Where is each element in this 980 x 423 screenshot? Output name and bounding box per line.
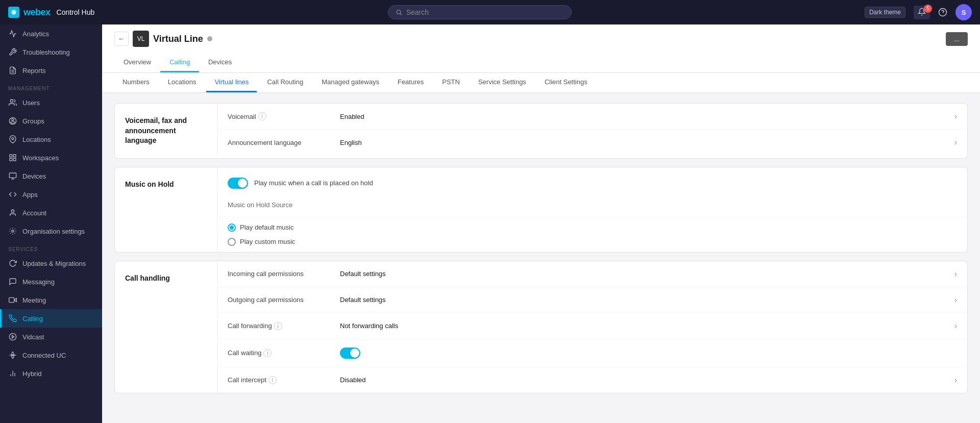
sidebar-item-devices[interactable]: Devices xyxy=(0,167,102,185)
tab-call-routing[interactable]: Call Routing xyxy=(259,73,311,92)
voicemail-info-icon[interactable]: i xyxy=(258,112,266,120)
music-toggle-label: Play music when a call is placed on hold xyxy=(254,179,373,187)
announcement-language-row: Announcement language English › xyxy=(217,130,967,155)
tab-features[interactable]: Features xyxy=(389,73,432,92)
workspace-icon xyxy=(8,153,17,162)
announcement-language-arrow[interactable]: › xyxy=(954,138,957,147)
svg-marker-22 xyxy=(12,335,14,338)
page-header: ← VL Virtual Line ... Overview Calling D… xyxy=(102,24,980,73)
register-button[interactable]: ... xyxy=(946,32,968,46)
sidebar-item-apps[interactable]: Apps xyxy=(0,185,102,204)
status-indicator xyxy=(207,36,212,41)
call-handling-title: Call handling xyxy=(115,261,217,296)
call-forwarding-label: Call forwarding i xyxy=(228,322,340,330)
tab-service-settings[interactable]: Service Settings xyxy=(470,73,534,92)
svg-point-2 xyxy=(397,10,401,14)
tab-client-settings[interactable]: Client Settings xyxy=(536,73,596,92)
sidebar-label-calling: Calling xyxy=(22,315,43,322)
theme-toggle[interactable]: Dark theme xyxy=(865,7,905,18)
svg-point-17 xyxy=(11,210,14,212)
sidebar-item-locations[interactable]: Locations xyxy=(0,130,102,148)
sidebar-item-account[interactable]: Account xyxy=(0,204,102,222)
voicemail-section: Voicemail, fax and announcement language… xyxy=(114,103,968,159)
sidebar-item-groups[interactable]: Groups xyxy=(0,112,102,130)
message-icon xyxy=(8,277,17,286)
sidebar-item-calling[interactable]: Calling xyxy=(0,309,102,328)
sidebar-item-troubleshooting[interactable]: Troubleshooting xyxy=(0,43,102,61)
sidebar-label-users: Users xyxy=(22,99,40,107)
radio-default-music-label: Play default music xyxy=(240,223,294,231)
notifications-bell[interactable]: 5 xyxy=(914,6,930,19)
radio-custom-music-label: Play custom music xyxy=(240,238,295,245)
sidebar-item-messaging[interactable]: Messaging xyxy=(0,272,102,291)
outgoing-call-permissions-value: Default settings xyxy=(340,296,954,304)
tab-overview[interactable]: Overview xyxy=(114,53,160,72)
svg-point-21 xyxy=(9,333,16,340)
sidebar-item-meeting[interactable]: Meeting xyxy=(0,291,102,309)
voicemail-arrow[interactable]: › xyxy=(954,112,957,121)
sidebar-item-analytics[interactable]: Analytics xyxy=(0,24,102,43)
incoming-call-permissions-row: Incoming call permissions Default settin… xyxy=(217,261,967,287)
sidebar-label-devices: Devices xyxy=(22,172,46,180)
avatar[interactable]: S xyxy=(955,4,972,20)
sidebar-item-connected-uc[interactable]: Connected UC xyxy=(0,346,102,364)
search-icon xyxy=(396,9,402,16)
tab-managed-gateways[interactable]: Managed gateways xyxy=(313,73,387,92)
call-forwarding-value: Not forwarding calls xyxy=(340,322,954,330)
voicemail-section-title: Voicemail, fax and announcement language xyxy=(115,104,217,158)
announcement-language-value: English xyxy=(340,139,954,146)
svg-point-18 xyxy=(12,230,14,232)
services-section-label: SERVICES xyxy=(0,240,102,254)
outgoing-call-permissions-label: Outgoing call permissions xyxy=(228,296,340,304)
tab-devices[interactable]: Devices xyxy=(199,53,241,72)
call-intercept-arrow[interactable]: › xyxy=(954,376,957,385)
radio-default-music-circle xyxy=(228,223,236,232)
call-waiting-label: Call waiting i xyxy=(228,349,340,357)
call-intercept-info-icon[interactable]: i xyxy=(268,376,277,384)
tab-pstn[interactable]: PSTN xyxy=(434,73,468,92)
apps-icon xyxy=(8,190,17,199)
music-on-hold-section: Music on Hold Play music when a call is … xyxy=(114,167,968,253)
page-title: Virtual Line xyxy=(153,34,203,44)
search-bar[interactable] xyxy=(388,5,572,19)
content-area: ← VL Virtual Line ... Overview Calling D… xyxy=(102,24,980,423)
svg-marker-19 xyxy=(14,298,17,302)
svg-rect-20 xyxy=(9,297,14,302)
sidebar-item-updates[interactable]: Updates & Migrations xyxy=(0,254,102,272)
tab-numbers[interactable]: Numbers xyxy=(114,73,158,92)
music-on-hold-body: Music on Hold Play music when a call is … xyxy=(115,167,967,252)
wrench-icon xyxy=(8,47,17,57)
sidebar-label-account: Account xyxy=(22,209,46,217)
update-icon xyxy=(8,259,17,268)
search-input[interactable] xyxy=(406,8,564,16)
call-waiting-info-icon[interactable]: i xyxy=(263,349,272,357)
tab-locations[interactable]: Locations xyxy=(160,73,205,92)
management-section-label: MANAGEMENT xyxy=(0,80,102,93)
call-waiting-value xyxy=(340,347,957,359)
breadcrumb: ← VL Virtual Line ... xyxy=(114,24,968,51)
sidebar-item-reports[interactable]: Reports xyxy=(0,61,102,80)
tab-calling[interactable]: Calling xyxy=(160,53,199,72)
sidebar-item-organisation[interactable]: Organisation settings xyxy=(0,222,102,240)
sidebar-item-users[interactable]: Users xyxy=(0,93,102,112)
back-button[interactable]: ← xyxy=(114,32,129,46)
header-right: Dark theme 5 S xyxy=(865,4,972,20)
call-waiting-row: Call waiting i xyxy=(217,339,967,367)
sidebar-item-workspaces[interactable]: Workspaces xyxy=(0,148,102,167)
sidebar-label-apps: Apps xyxy=(22,191,38,198)
devices-icon xyxy=(8,171,17,181)
sidebar-item-vidcast[interactable]: Vidcast xyxy=(0,328,102,346)
call-forwarding-arrow[interactable]: › xyxy=(954,321,957,331)
call-forwarding-info-icon[interactable]: i xyxy=(274,322,282,330)
call-waiting-toggle[interactable] xyxy=(340,347,360,359)
help-icon[interactable] xyxy=(938,8,947,17)
tab-virtual-lines[interactable]: Virtual lines xyxy=(206,73,257,92)
incoming-call-permissions-arrow[interactable]: › xyxy=(954,269,957,279)
music-on-hold-toggle[interactable] xyxy=(228,178,248,189)
toggle-knob xyxy=(238,179,247,188)
sidebar-label-workspaces: Workspaces xyxy=(22,154,59,162)
outgoing-call-permissions-arrow[interactable]: › xyxy=(954,295,957,305)
sidebar-item-hybrid[interactable]: Hybrid xyxy=(0,364,102,383)
radio-default-music[interactable]: Play default music xyxy=(228,223,957,232)
radio-custom-music[interactable]: Play custom music xyxy=(228,238,957,246)
